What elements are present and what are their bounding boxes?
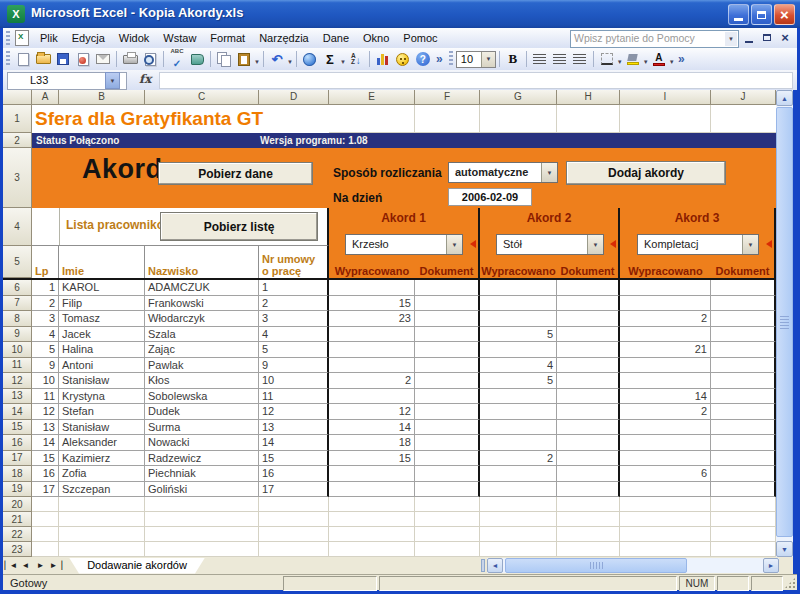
cell[interactable]: 11 <box>259 389 329 405</box>
cell[interactable] <box>711 358 776 374</box>
cell[interactable] <box>259 512 329 527</box>
cell[interactable] <box>415 466 480 482</box>
cell[interactable] <box>711 105 776 133</box>
cell[interactable] <box>711 296 776 312</box>
resize-grip[interactable] <box>784 577 796 589</box>
cell[interactable] <box>329 105 415 133</box>
restore-button[interactable] <box>751 4 772 25</box>
cell[interactable] <box>145 512 259 527</box>
select-all-corner[interactable] <box>3 90 32 105</box>
cell[interactable] <box>620 482 711 498</box>
cell[interactable] <box>711 389 776 405</box>
cell[interactable] <box>711 435 776 451</box>
menu-narzędzia[interactable]: Narzędzia <box>252 30 316 46</box>
menu-format[interactable]: Format <box>203 30 252 46</box>
row-header[interactable]: 14 <box>3 404 32 420</box>
cell[interactable] <box>620 542 711 557</box>
cell[interactable]: 15 <box>32 451 59 467</box>
cell[interactable] <box>415 404 480 420</box>
new-document-icon[interactable] <box>13 50 33 68</box>
smiley-icon[interactable] <box>393 50 413 68</box>
row-header[interactable]: 3 <box>3 148 32 208</box>
insert-function-icon[interactable]: fx <box>139 72 151 86</box>
cell[interactable]: Szczepan <box>59 482 145 498</box>
minimize-button[interactable] <box>728 4 749 25</box>
cell[interactable] <box>480 296 557 312</box>
undo-icon[interactable] <box>267 50 287 68</box>
cell[interactable]: Radzewicz <box>145 451 259 467</box>
toolbar-drag-handle[interactable] <box>6 51 10 66</box>
cell[interactable] <box>415 280 480 296</box>
cell[interactable] <box>415 542 480 557</box>
cell[interactable]: Szala <box>145 327 259 343</box>
borders-icon[interactable] <box>597 50 617 68</box>
cell[interactable] <box>415 342 480 358</box>
vertical-scroll-thumb[interactable] <box>776 107 793 537</box>
fetch-list-button[interactable]: Pobierz listę <box>160 212 318 241</box>
row-header[interactable]: 12 <box>3 373 32 389</box>
cell[interactable]: 3 <box>32 311 59 327</box>
cell[interactable] <box>145 497 259 512</box>
cell[interactable] <box>415 311 480 327</box>
cell[interactable]: Goliński <box>145 482 259 498</box>
align-left-icon[interactable] <box>530 50 550 68</box>
column-header-E[interactable]: E <box>329 90 415 105</box>
help-icon[interactable] <box>413 50 433 68</box>
cell[interactable]: 11 <box>32 389 59 405</box>
cell[interactable] <box>59 527 145 542</box>
name-box-dropdown-icon[interactable] <box>105 72 120 89</box>
cell[interactable]: Krystyna <box>59 389 145 405</box>
vertical-scrollbar[interactable] <box>776 90 793 557</box>
cell[interactable] <box>415 527 480 542</box>
workbook-restore-button[interactable] <box>761 31 773 44</box>
cell[interactable]: 15 <box>259 451 329 467</box>
row-header[interactable]: 7 <box>3 296 32 312</box>
row-header[interactable]: 10 <box>3 342 32 358</box>
settlement-dropdown[interactable]: automatyczne <box>448 162 558 183</box>
scroll-left-icon[interactable] <box>487 558 503 573</box>
next-sheet-icon[interactable] <box>33 558 48 573</box>
cell[interactable]: Dudek <box>145 404 259 420</box>
cell[interactable]: 6 <box>620 466 711 482</box>
cell[interactable] <box>415 435 480 451</box>
cell[interactable] <box>557 497 620 512</box>
cell[interactable]: 13 <box>32 420 59 436</box>
cell[interactable] <box>480 404 557 420</box>
menu-wstaw[interactable]: Wstaw <box>156 30 203 46</box>
toolbar-options-chevron[interactable] <box>675 52 688 66</box>
cell[interactable] <box>145 527 259 542</box>
chevron-down-icon[interactable] <box>725 32 737 46</box>
cell[interactable] <box>329 542 415 557</box>
mail-icon[interactable] <box>93 50 113 68</box>
cell[interactable]: 12 <box>32 404 59 420</box>
cell[interactable] <box>480 466 557 482</box>
cell[interactable] <box>415 358 480 374</box>
scroll-up-icon[interactable] <box>776 90 793 106</box>
row-header[interactable]: 21 <box>3 512 32 527</box>
cell[interactable] <box>32 512 59 527</box>
cell[interactable]: ADAMCZUK <box>145 280 259 296</box>
menu-widok[interactable]: Widok <box>112 30 157 46</box>
row-header[interactable]: 19 <box>3 482 32 498</box>
toolbar-drag-handle[interactable] <box>6 31 10 45</box>
cell[interactable]: 2 <box>259 296 329 312</box>
cell[interactable] <box>415 420 480 436</box>
cell[interactable] <box>329 389 415 405</box>
menu-okno[interactable]: Okno <box>356 30 396 46</box>
cell[interactable] <box>329 280 415 296</box>
menu-plik[interactable]: Plik <box>33 30 65 46</box>
cell[interactable]: 14 <box>259 435 329 451</box>
cell[interactable] <box>59 497 145 512</box>
cell[interactable]: 16 <box>32 466 59 482</box>
cell[interactable] <box>620 296 711 312</box>
cell[interactable] <box>557 389 620 405</box>
permission-icon[interactable] <box>73 50 93 68</box>
cell[interactable] <box>329 342 415 358</box>
menu-pomoc[interactable]: Pomoc <box>396 30 444 46</box>
column-header-J[interactable]: J <box>711 90 776 105</box>
cell[interactable] <box>557 451 620 467</box>
cell[interactable]: 4 <box>480 358 557 374</box>
chevron-down-icon[interactable] <box>446 235 462 254</box>
cell[interactable] <box>711 342 776 358</box>
cell[interactable]: 13 <box>259 420 329 436</box>
